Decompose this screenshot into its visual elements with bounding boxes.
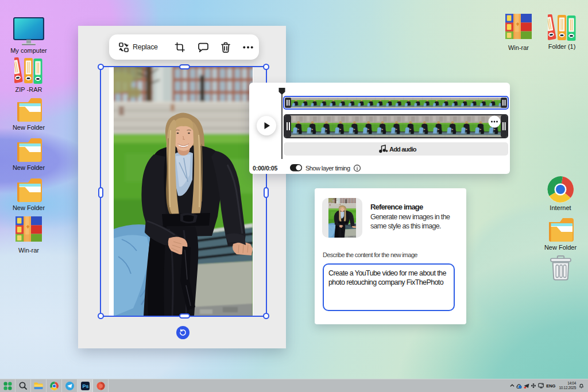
svg-text:Ps: Ps xyxy=(82,383,88,389)
svg-text:Show layer timing: Show layer timing xyxy=(305,165,350,172)
svg-text:0:00/0:05: 0:00/0:05 xyxy=(253,165,278,172)
svg-text:Add audio: Add audio xyxy=(389,146,417,153)
